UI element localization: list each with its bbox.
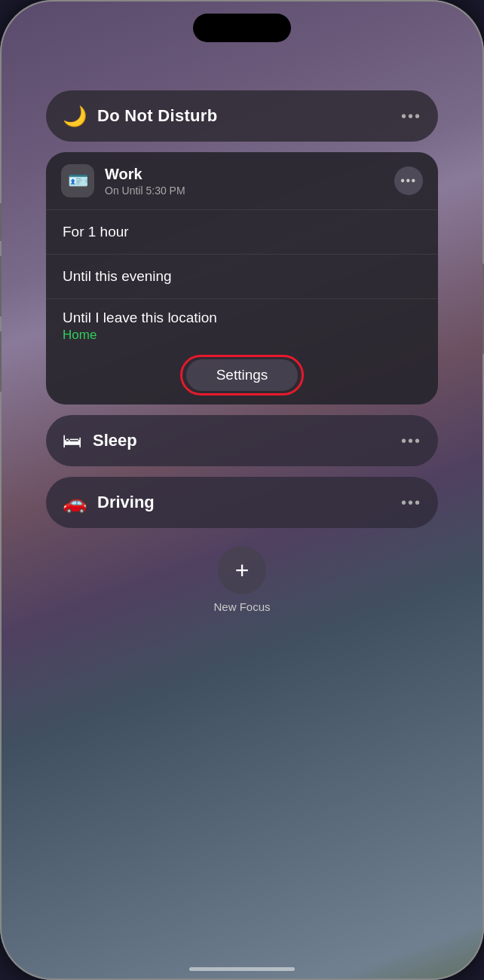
work-header[interactable]: 🪪 Work On Until 5:30 PM ••• bbox=[46, 152, 438, 210]
dynamic-island bbox=[193, 14, 291, 42]
work-icon: 🪪 bbox=[68, 171, 88, 191]
work-subtitle: On Until 5:30 PM bbox=[105, 185, 384, 197]
add-focus-button[interactable]: + bbox=[218, 546, 266, 594]
phone-frame: 🌙 Do Not Disturb ••• 🪪 Work On Until 5:3… bbox=[0, 0, 484, 980]
until-leave-text: Until I leave this location bbox=[63, 310, 421, 326]
settings-row: Settings bbox=[46, 347, 438, 405]
until-leave-location-option[interactable]: Until I leave this location Home bbox=[46, 299, 438, 347]
new-focus-label: New Focus bbox=[213, 600, 270, 613]
moon-icon: 🌙 bbox=[63, 105, 87, 128]
driving-icon: 🚗 bbox=[63, 491, 87, 514]
for-hour-option[interactable]: For 1 hour bbox=[46, 210, 438, 255]
sleep-icon: 🛏 bbox=[63, 429, 82, 453]
work-title: Work bbox=[105, 166, 384, 183]
new-focus-section: + New Focus bbox=[213, 546, 270, 613]
driving-row[interactable]: 🚗 Driving ••• bbox=[46, 477, 438, 528]
until-evening-option[interactable]: Until this evening bbox=[46, 255, 438, 299]
sleep-label: Sleep bbox=[93, 431, 391, 450]
do-not-disturb-row[interactable]: 🌙 Do Not Disturb ••• bbox=[46, 90, 438, 142]
settings-button[interactable]: Settings bbox=[186, 359, 299, 391]
home-indicator[interactable] bbox=[189, 967, 295, 971]
settings-label: Settings bbox=[216, 367, 268, 383]
sleep-more-button[interactable]: ••• bbox=[401, 432, 421, 450]
location-home-label: Home bbox=[63, 328, 421, 343]
driving-label: Driving bbox=[97, 493, 391, 512]
screen-content: 🌙 Do Not Disturb ••• 🪪 Work On Until 5:3… bbox=[0, 0, 484, 980]
dnd-label: Do Not Disturb bbox=[97, 106, 391, 126]
driving-more-button[interactable]: ••• bbox=[401, 494, 421, 511]
sleep-row[interactable]: 🛏 Sleep ••• bbox=[46, 415, 438, 466]
work-more-button[interactable]: ••• bbox=[394, 166, 423, 195]
work-panel: 🪪 Work On Until 5:30 PM ••• For 1 hour U… bbox=[46, 152, 438, 405]
work-icon-wrap: 🪪 bbox=[61, 164, 94, 197]
dnd-more-button[interactable]: ••• bbox=[401, 108, 421, 125]
work-text-block: Work On Until 5:30 PM bbox=[105, 166, 384, 197]
